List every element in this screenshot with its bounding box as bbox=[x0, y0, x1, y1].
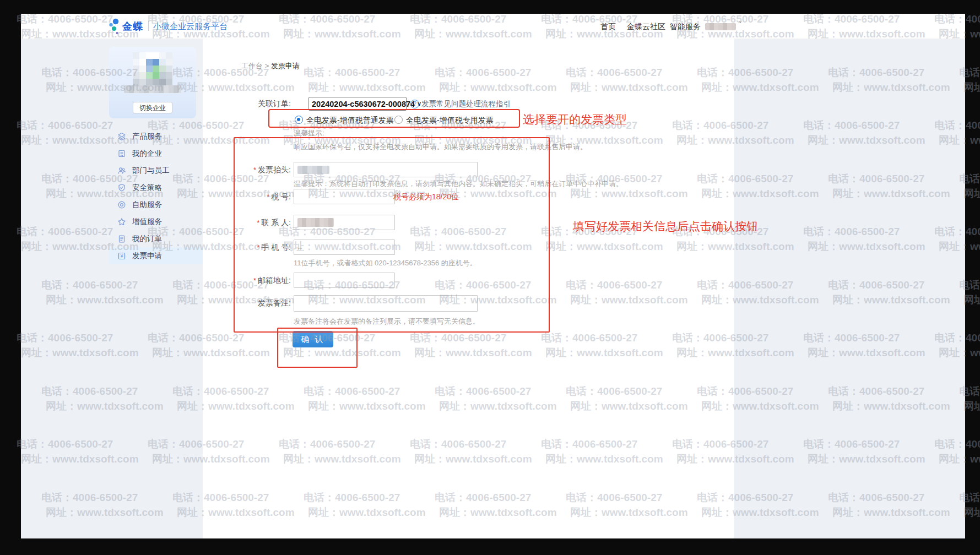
annotation-box-confirm bbox=[277, 328, 358, 368]
sidebar-item-value-added[interactable]: 增值服务 bbox=[109, 213, 203, 230]
sidebar-item-label: 部门与员工 bbox=[132, 166, 170, 176]
invoice-faq-link[interactable]: ? 发票常见问题处理流程指引 bbox=[410, 99, 511, 109]
switch-enterprise-button[interactable]: 切换企业 bbox=[133, 102, 172, 113]
brand-divider bbox=[148, 21, 149, 31]
account-caret-icon[interactable]: ˇ bbox=[739, 21, 741, 29]
question-circle-icon: ? bbox=[410, 100, 419, 108]
layers-icon bbox=[117, 132, 126, 141]
sidebar-item-my-enterprise[interactable]: 我的企业 bbox=[109, 145, 203, 162]
enterprise-card: 切换企业 bbox=[109, 47, 196, 118]
shield-check-icon bbox=[117, 183, 126, 192]
enterprise-icon bbox=[117, 149, 126, 158]
faq-link-text: 发票常见问题处理流程指引 bbox=[421, 99, 511, 109]
top-header: 金蝶 小微企业云服务平台 首页 金蝶云社区 智能服务 ˇ bbox=[21, 14, 965, 39]
kingdee-logo-icon bbox=[108, 17, 121, 36]
user-account-redacted[interactable] bbox=[705, 23, 736, 30]
order-document-icon bbox=[117, 235, 126, 243]
sidebar-item-label: 我的订单 bbox=[132, 234, 162, 244]
annotation-choose-type: 选择要开的发票类型 bbox=[523, 112, 627, 127]
platform-name: 小微企业云服务平台 bbox=[153, 21, 228, 32]
watermark-text: 网址：www.tdxsoft.com bbox=[963, 293, 980, 307]
annotation-box-invoice-type bbox=[268, 109, 520, 128]
people-icon bbox=[117, 166, 126, 175]
related-order-label: 关联订单: bbox=[208, 99, 291, 109]
sidebar-item-label: 产品服务 bbox=[132, 132, 162, 142]
sidebar-item-departments-staff[interactable]: 部门与员工 bbox=[109, 162, 203, 179]
sidebar-item-invoice-request[interactable]: ¥ 发票申请 bbox=[109, 247, 203, 264]
sidebar-item-self-service[interactable]: 自助服务 bbox=[109, 196, 203, 213]
related-order-value: 20240204-c5630672-000874 bbox=[312, 100, 415, 108]
breadcrumb-separator: > bbox=[265, 62, 269, 70]
annotation-fill-info: 填写好发票相关信息后点击确认按钮 bbox=[573, 219, 758, 234]
watermark-text: 网址：www.tdxsoft.com bbox=[963, 505, 980, 520]
sidebar-item-security-policy[interactable]: 安全策略 bbox=[109, 179, 203, 196]
star-icon bbox=[117, 217, 126, 226]
svg-text:¥: ¥ bbox=[120, 253, 123, 259]
sidebar-item-label: 自助服务 bbox=[132, 200, 162, 210]
watermark-text: 网址：www.tdxsoft.com bbox=[963, 80, 980, 95]
enterprise-name-redacted bbox=[124, 85, 181, 93]
sidebar-item-my-orders[interactable]: 我的订单 bbox=[109, 230, 203, 247]
breadcrumb: 工作台 > 发票申请 bbox=[241, 61, 300, 71]
sidebar-item-product-services[interactable]: 产品服务 bbox=[109, 128, 203, 145]
annotation-box-form-fields bbox=[234, 137, 550, 333]
sidebar-item-label: 我的企业 bbox=[132, 149, 162, 159]
sidebar-item-label: 发票申请 bbox=[132, 251, 162, 261]
watermark-text: 网址：www.tdxsoft.com bbox=[963, 187, 980, 201]
sidebar-item-label: 安全策略 bbox=[132, 183, 162, 193]
sidebar-item-label: 增值服务 bbox=[132, 217, 162, 227]
brand-name: 金蝶 bbox=[122, 20, 143, 33]
breadcrumb-current: 发票申请 bbox=[271, 62, 300, 70]
breadcrumb-root[interactable]: 工作台 bbox=[241, 62, 263, 70]
nav-community[interactable]: 金蝶云社区 bbox=[627, 22, 665, 32]
target-icon bbox=[117, 200, 126, 209]
nav-home[interactable]: 首页 bbox=[600, 22, 616, 32]
invoice-yen-icon: ¥ bbox=[117, 252, 126, 260]
nav-smart-service[interactable]: 智能服务 bbox=[670, 22, 701, 32]
watermark-text: 网址：www.tdxsoft.com bbox=[963, 399, 980, 413]
sidebar-menu: 产品服务 我的企业 部门与员工 安全策略 自助服务 增值服务 我的订单 ¥ 发票 bbox=[109, 128, 203, 264]
